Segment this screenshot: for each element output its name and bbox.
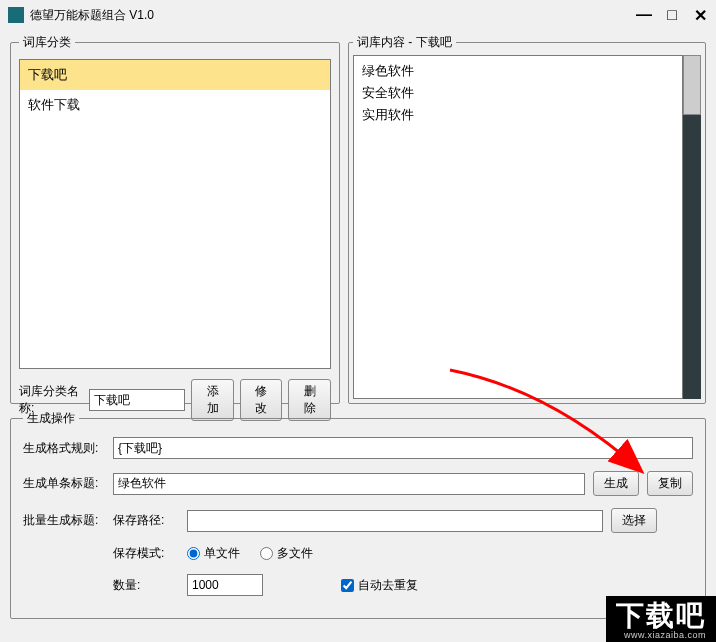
category-name-input[interactable] <box>89 389 185 411</box>
content-item[interactable]: 实用软件 <box>362 104 674 126</box>
save-mode-label: 保存模式: <box>113 545 179 562</box>
dedup-checkbox[interactable] <box>341 579 354 592</box>
select-path-button[interactable]: 选择 <box>611 508 657 533</box>
single-title-label: 生成单条标题: <box>23 475 105 492</box>
category-item[interactable]: 下载吧 <box>20 60 330 90</box>
multi-file-radio[interactable] <box>260 547 273 560</box>
generate-legend: 生成操作 <box>23 410 79 427</box>
category-fieldset: 词库分类 下载吧 软件下载 词库分类名称: 添加 修改 删除 <box>10 34 340 404</box>
content-scrollbar[interactable] <box>683 55 701 399</box>
single-title-input[interactable] <box>113 473 585 495</box>
save-path-label: 保存路径: <box>113 512 179 529</box>
content-legend: 词库内容 - 下载吧 <box>353 34 456 51</box>
rule-input[interactable] <box>113 437 693 459</box>
multi-file-label: 多文件 <box>277 545 313 562</box>
close-button[interactable]: ✕ <box>692 6 708 25</box>
category-legend: 词库分类 <box>19 34 75 51</box>
dedup-checkbox-wrap[interactable]: 自动去重复 <box>341 577 418 594</box>
generate-button[interactable]: 生成 <box>593 471 639 496</box>
dedup-label: 自动去重复 <box>358 577 418 594</box>
content-item[interactable]: 绿色软件 <box>362 60 674 82</box>
content-fieldset: 词库内容 - 下载吧 绿色软件 安全软件 实用软件 <box>348 34 706 404</box>
content-list[interactable]: 绿色软件 安全软件 实用软件 <box>353 55 683 399</box>
batch-title-label: 批量生成标题: <box>23 512 105 529</box>
scrollbar-thumb[interactable] <box>683 55 701 115</box>
watermark-url: www.xiazaiba.com <box>616 630 706 640</box>
minimize-button[interactable]: — <box>636 6 652 25</box>
single-file-radio[interactable] <box>187 547 200 560</box>
copy-button[interactable]: 复制 <box>647 471 693 496</box>
single-file-radio-wrap[interactable]: 单文件 <box>187 545 240 562</box>
multi-file-radio-wrap[interactable]: 多文件 <box>260 545 313 562</box>
count-input[interactable] <box>187 574 263 596</box>
category-list[interactable]: 下载吧 软件下载 <box>19 59 331 369</box>
titlebar: 德望万能标题组合 V1.0 — □ ✕ <box>0 0 716 30</box>
generate-fieldset: 生成操作 生成格式规则: 生成单条标题: 生成 复制 批量生成标题: 保存路径:… <box>10 410 706 619</box>
window-controls: — □ ✕ <box>636 6 708 25</box>
save-path-input[interactable] <box>187 510 603 532</box>
rule-label: 生成格式规则: <box>23 440 105 457</box>
app-icon <box>8 7 24 23</box>
category-item[interactable]: 软件下载 <box>20 90 330 120</box>
count-label: 数量: <box>113 577 179 594</box>
maximize-button[interactable]: □ <box>664 6 680 25</box>
single-file-label: 单文件 <box>204 545 240 562</box>
content-item[interactable]: 安全软件 <box>362 82 674 104</box>
window-title: 德望万能标题组合 V1.0 <box>30 7 154 24</box>
